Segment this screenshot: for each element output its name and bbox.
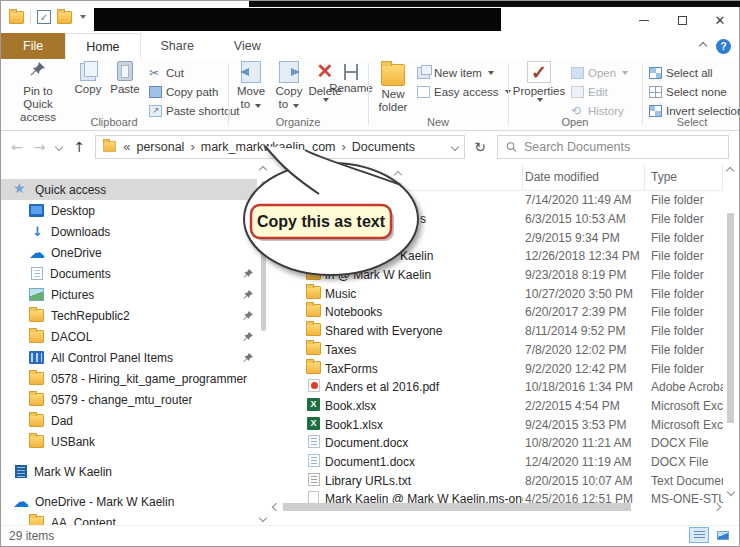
- easy-access-button[interactable]: Easy access: [417, 83, 511, 100]
- new-folder-button[interactable]: New folder: [375, 61, 411, 114]
- file-row-shared-with-everyone[interactable]: Shared with Everyone 8/11/2014 9:52 PM F…: [271, 322, 723, 341]
- sidebar-item-label: USBank: [51, 435, 95, 449]
- folder-icon: [306, 248, 321, 261]
- move-to-button[interactable]: Move to: [233, 61, 269, 111]
- file-row-in-mark-w-kaelin[interactable]: in @ Mark W Kaelin 9/23/2018 8:19 PM Fil…: [271, 266, 723, 285]
- sort-ascending-icon: [394, 171, 402, 179]
- close-button[interactable]: ✕: [701, 7, 739, 33]
- file-list-horizontal-scrollbar[interactable]: [271, 500, 723, 514]
- sidebar-item-desktop[interactable]: Desktop: [1, 200, 257, 221]
- column-header-date-modified[interactable]: Date modified: [523, 165, 645, 190]
- column-header-name[interactable]: [271, 165, 523, 190]
- sidebar-item-0579-change-mtu-router[interactable]: 0579 - change_mtu_router: [1, 389, 257, 410]
- scroll-up-icon[interactable]: [259, 166, 267, 174]
- forward-icon[interactable]: →: [34, 139, 46, 155]
- large-icons-view-button[interactable]: [713, 527, 733, 543]
- file-row-blank[interactable]: 7/14/2020 11:49 AM File folder: [271, 191, 723, 210]
- tab-share[interactable]: Share: [141, 33, 214, 59]
- file-row-notebooks[interactable]: Notebooks 6/20/2017 2:39 PM File folder: [271, 303, 723, 322]
- file-list-vertical-scrollbar[interactable]: [724, 165, 738, 497]
- sidebar-item-label: Documents: [50, 267, 111, 281]
- minimize-button[interactable]: [625, 7, 663, 33]
- file-row-kaelin[interactable]: Kaelin 12/26/2018 12:34 PM File folder: [271, 247, 723, 266]
- address-breadcrumb[interactable]: « personal › mark_markwkaelin_com › Docu…: [95, 135, 465, 159]
- file-row-s[interactable]: s 6/3/2015 10:53 AM File folder: [271, 210, 723, 229]
- properties-qat-icon[interactable]: ✓: [37, 10, 51, 24]
- item-count: 29 items: [9, 529, 54, 543]
- file-row-anders-et-al-2016-pdf[interactable]: Anders et al 2016.pdf 10/18/2016 1:34 PM…: [271, 378, 723, 397]
- paste-button[interactable]: Paste: [107, 61, 143, 96]
- main-area: Quick access Desktop Downloads OneDrive …: [1, 161, 739, 527]
- copy-button[interactable]: Copy: [71, 61, 105, 96]
- file-type: File folder: [645, 193, 723, 207]
- column-header-type[interactable]: Type: [645, 165, 723, 190]
- copy-to-button[interactable]: Copy to: [271, 61, 307, 111]
- sidebar-item-label: Pictures: [51, 288, 94, 302]
- maximize-button[interactable]: [663, 7, 701, 33]
- breadcrumb-personal[interactable]: personal: [136, 140, 184, 154]
- sidebar-item-quick-access[interactable]: Quick access: [1, 179, 257, 200]
- file-row-book-xlsx[interactable]: Book.xlsx 2/2/2015 4:54 PM Microsoft Exc…: [271, 397, 723, 416]
- new-folder-qat-icon[interactable]: [57, 11, 72, 24]
- copy-path-button[interactable]: Copy path: [149, 83, 218, 100]
- file-row-document-docx[interactable]: Document.docx 10/8/2020 11:21 AM DOCX Fi…: [271, 434, 723, 453]
- new-item-button[interactable]: New item: [417, 64, 494, 81]
- file-name: Kaelin: [325, 249, 523, 263]
- tab-home[interactable]: Home: [65, 33, 140, 59]
- sidebar-item-0578-hiring-kit-game-programmer[interactable]: 0578 - Hiring_kit_game_programmer: [1, 368, 257, 389]
- sidebar-item-all-control-panel-items[interactable]: All Control Panel Items: [1, 347, 257, 368]
- breadcrumb-account[interactable]: mark_markwkaelin_com: [201, 140, 336, 154]
- file-row-library-urls-txt[interactable]: Library URLs.txt 8/20/2015 10:07 AM Text…: [271, 471, 723, 490]
- scroll-right-icon[interactable]: [713, 503, 721, 511]
- details-view-button[interactable]: [689, 527, 709, 543]
- sidebar-item-documents[interactable]: Documents: [1, 263, 257, 284]
- file-date-modified: 2/9/2015 9:34 PM: [523, 231, 645, 245]
- tab-view[interactable]: View: [214, 33, 281, 59]
- up-icon[interactable]: ↑: [73, 139, 85, 155]
- scroll-left-icon[interactable]: [272, 503, 280, 511]
- pin-to-quick-access-button[interactable]: Pin to Quick access: [9, 61, 67, 124]
- search-input[interactable]: [524, 140, 720, 154]
- scroll-down-icon[interactable]: [259, 514, 267, 522]
- sidebar-item-downloads[interactable]: Downloads: [1, 221, 257, 242]
- scrollbar-thumb[interactable]: [727, 213, 734, 423]
- sidebar-item-dad[interactable]: Dad: [1, 410, 257, 431]
- sidebar-scrollbar[interactable]: [258, 165, 269, 523]
- open-button[interactable]: Open: [571, 64, 628, 81]
- properties-button[interactable]: ✓ Properties: [513, 61, 565, 102]
- sidebar-item-onedrive[interactable]: OneDrive: [1, 242, 257, 263]
- scroll-up-icon[interactable]: [726, 167, 734, 175]
- sidebar-item-usbank[interactable]: USBank: [1, 431, 257, 452]
- sidebar-item-dacol[interactable]: DACOL: [1, 326, 257, 347]
- breadcrumb-documents[interactable]: Documents: [352, 140, 415, 154]
- document-icon: [31, 267, 43, 280]
- sidebar-item-techrepublic2[interactable]: TechRepublic2: [1, 305, 257, 326]
- file-row-taxforms[interactable]: TaxForms 9/2/2020 12:42 PM File folder: [271, 359, 723, 378]
- cut-button[interactable]: ✂Cut: [149, 64, 184, 81]
- file-row-music[interactable]: Music 10/27/2020 3:50 PM File folder: [271, 284, 723, 303]
- file-row-taxes[interactable]: Taxes 7/8/2020 12:02 PM File folder: [271, 341, 723, 360]
- sidebar-item-pictures[interactable]: Pictures: [1, 284, 257, 305]
- recent-locations-icon[interactable]: [55, 142, 63, 150]
- customize-qat-arrow-icon[interactable]: [80, 15, 86, 19]
- help-icon[interactable]: ?: [716, 39, 731, 54]
- select-all-button[interactable]: Select all: [649, 64, 713, 81]
- minimize-ribbon-icon[interactable]: [699, 42, 707, 50]
- tab-file[interactable]: File: [1, 33, 65, 59]
- sidebar-item-onedrive-mark-w-kaelin[interactable]: OneDrive - Mark W Kaelin: [1, 491, 257, 512]
- back-icon[interactable]: ←: [11, 139, 23, 155]
- status-bar: 29 items: [1, 525, 739, 546]
- rename-button[interactable]: Rename: [331, 61, 371, 95]
- file-row-document1-docx[interactable]: Document1.docx 12/4/2020 11:19 AM DOCX F…: [271, 453, 723, 472]
- file-row-book1-xlsx[interactable]: Book1.xlsx 9/24/2015 3:53 PM Microsoft E…: [271, 415, 723, 434]
- search-box[interactable]: [497, 135, 729, 159]
- sidebar-item-mark-w-kaelin[interactable]: Mark W Kaelin: [1, 461, 257, 482]
- scrollbar-thumb[interactable]: [283, 503, 631, 511]
- edit-button[interactable]: Edit: [571, 83, 608, 100]
- scrollbar-thumb[interactable]: [261, 181, 266, 331]
- sidebar-item-label: Dad: [51, 414, 73, 428]
- select-none-button[interactable]: Select none: [649, 83, 727, 100]
- refresh-icon[interactable]: ↻: [465, 139, 495, 155]
- address-dropdown-icon[interactable]: [451, 142, 459, 150]
- file-row-blank[interactable]: 2/9/2015 9:34 PM File folder: [271, 228, 723, 247]
